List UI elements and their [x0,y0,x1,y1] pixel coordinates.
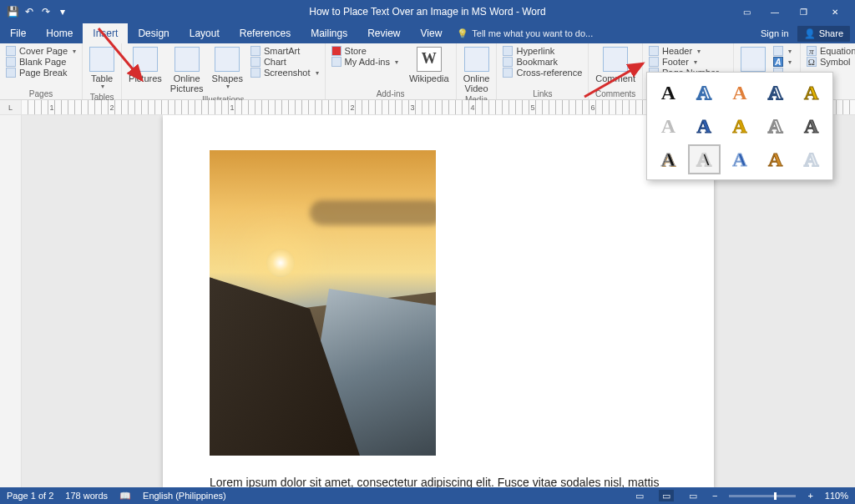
quick-access-toolbar: 💾 ↶ ↷ ▾ [0,6,68,18]
symbol-icon: Ω [807,57,817,67]
qat-customize-icon[interactable]: ▾ [57,6,68,18]
wordart-style-option[interactable]: A [688,78,721,108]
screenshot-button[interactable]: Screenshot▾ [248,68,321,78]
wordart-style-option[interactable]: A [652,144,685,174]
wordart-style-option[interactable]: A [652,78,685,108]
ruler-label: 1 [22,100,82,114]
share-button[interactable]: 👤 Share [797,26,850,42]
my-addins-button[interactable]: My Add-ins▾ [329,57,401,67]
ruler-label [262,100,322,114]
title-bar: 💾 ↶ ↷ ▾ How to Place Text Over an Image … [0,0,855,23]
online-pictures-button[interactable]: Online Pictures [167,45,207,95]
cover-page-button[interactable]: Cover Page▾ [3,46,78,56]
tab-design[interactable]: Design [128,23,179,43]
group-media: Online Video Media [457,43,498,99]
sign-in-link[interactable]: Sign in [761,28,789,38]
quick-parts-button[interactable]: ▾ [771,46,794,56]
spellcheck-icon[interactable]: 📖 [119,491,131,501]
maximize-icon[interactable]: ❐ [790,3,817,20]
online-video-icon [464,47,489,72]
page-break-button[interactable]: Page Break [3,68,78,78]
page-break-icon [6,68,16,78]
group-pages: Cover Page▾ Blank Page Page Break Pages [0,43,83,99]
tab-file[interactable]: File [0,23,36,43]
body-paragraph[interactable]: Lorem ipsum dolor sit amet, consectetur … [210,476,667,487]
smartart-button[interactable]: SmartArt [248,46,321,56]
wordart-button[interactable]: A▾ [771,57,794,67]
minimize-icon[interactable]: — [761,3,788,20]
page[interactable]: Lorem ipsum dolor sit amet, consectetur … [163,115,714,487]
group-comments-label: Comments [589,89,642,99]
text-box-button[interactable] [737,45,769,75]
tab-layout[interactable]: Layout [180,23,230,43]
group-addins: Store My Add-ins▾ WWikipedia Add-ins [326,43,457,99]
equation-button[interactable]: πEquation▾ [804,46,855,56]
redo-icon[interactable]: ↷ [40,6,52,18]
wordart-gallery: AAAAAAAAAAAAAAA [646,72,833,180]
tab-review[interactable]: Review [357,23,410,43]
online-pictures-icon [175,47,200,72]
inserted-image[interactable] [210,150,436,456]
tab-insert[interactable]: Insert [83,23,128,43]
wordart-style-option[interactable]: A [724,144,756,174]
status-language[interactable]: English (Philippines) [143,491,226,501]
tell-me-search[interactable]: Tell me what you want to do... [457,23,593,43]
tab-view[interactable]: View [411,23,453,43]
header-button[interactable]: Header▾ [646,46,730,56]
wordart-style-option[interactable]: A [759,111,792,141]
status-bar: Page 1 of 2 178 words 📖 English (Philipp… [0,487,855,504]
wordart-style-option[interactable]: A [724,78,756,108]
footer-button[interactable]: Footer▾ [646,57,730,67]
wordart-style-option[interactable]: A [795,111,827,141]
wordart-icon: A [773,57,783,67]
wordart-style-option[interactable]: A [652,111,685,141]
blank-page-button[interactable]: Blank Page [3,57,78,67]
status-page[interactable]: Page 1 of 2 [7,491,53,501]
vertical-ruler[interactable] [0,115,22,487]
zoom-out-button[interactable]: − [712,491,717,501]
bookmark-button[interactable]: Bookmark [500,57,584,67]
wordart-style-option[interactable]: A [795,78,827,108]
table-icon [89,47,114,72]
wordart-style-option[interactable]: A [759,78,792,108]
tab-mailings[interactable]: Mailings [301,23,357,43]
tab-home[interactable]: Home [36,23,83,43]
ribbon-tab-row: File Home Insert Design Layout Reference… [0,23,855,43]
zoom-in-button[interactable]: + [807,491,812,501]
web-layout-icon[interactable]: ▭ [686,490,701,501]
cross-reference-button[interactable]: Cross-reference [500,68,584,78]
ruler-label: 5 [503,100,563,114]
comment-button[interactable]: Comment [592,45,639,85]
zoom-level[interactable]: 110% [825,491,848,501]
ruler-label: 3 [382,100,443,114]
status-word-count[interactable]: 178 words [65,491,108,501]
close-icon[interactable]: ✕ [818,3,852,20]
online-video-button[interactable]: Online Video [460,45,493,95]
store-button[interactable]: Store [329,46,401,56]
hyperlink-button[interactable]: Hyperlink [500,46,584,56]
header-icon [649,46,659,56]
ribbon-display-options-icon[interactable]: ▭ [733,3,760,20]
shapes-button[interactable]: Shapes▾ [209,45,246,93]
share-label: Share [819,28,843,38]
wordart-style-option[interactable]: A [688,111,721,141]
ruler-label: 1 [202,100,262,114]
chart-button[interactable]: Chart [248,57,321,67]
print-layout-icon[interactable]: ▭ [659,490,674,501]
wordart-style-option[interactable]: A [759,144,792,174]
symbol-button[interactable]: ΩSymbol▾ [804,57,855,67]
ruler-label [142,100,202,114]
pictures-button[interactable]: Pictures [125,45,165,85]
undo-icon[interactable]: ↶ [23,6,35,18]
zoom-slider[interactable] [729,495,796,497]
tab-references[interactable]: References [230,23,301,43]
read-mode-icon[interactable]: ▭ [632,490,647,501]
wordart-style-option[interactable]: A [688,144,721,174]
wordart-style-option[interactable]: A [724,111,756,141]
save-icon[interactable]: 💾 [7,6,18,18]
table-button[interactable]: Table▾ [86,45,118,93]
shapes-icon [215,47,240,72]
wikipedia-button[interactable]: WWikipedia [406,45,453,85]
wordart-style-option[interactable]: A [795,144,827,174]
equation-icon: π [807,46,817,56]
